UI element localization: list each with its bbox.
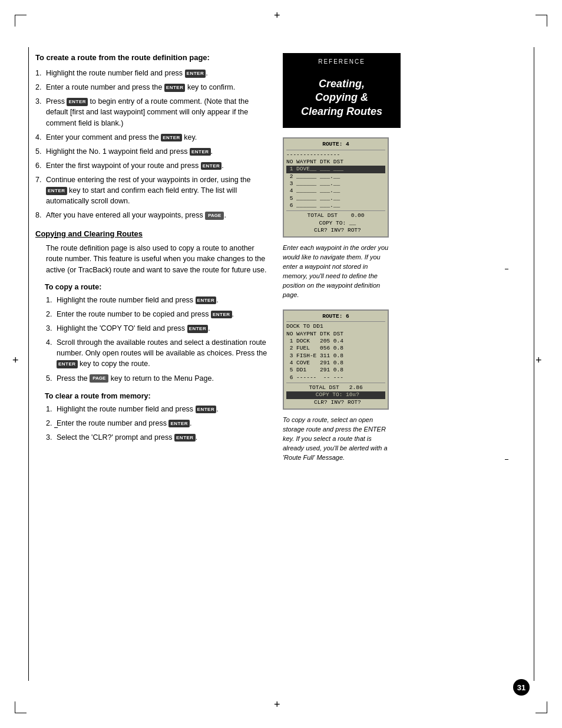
reference-label-box: REFERENCE [283, 53, 401, 69]
clear-step-3: 3. Select the 'CLR?' prompt and press EN… [46, 432, 271, 443]
step-1: 1. Highlight the route number field and … [35, 68, 271, 78]
step-7: 7. Continue entering the rest of your wa… [35, 174, 271, 206]
enter-key-badge-cl1: ENTER [196, 406, 217, 414]
enter-key-badge-7: ENTER [46, 187, 67, 195]
step-2: 2. Enter a route number and press the EN… [35, 82, 271, 93]
enter-key-badge-c1: ENTER [196, 297, 217, 305]
right-edge-line [534, 47, 534, 681]
crosshair-bottom [276, 704, 286, 713]
crosshair-right [538, 360, 547, 369]
screen1-row2: 2 ______ ___.__ [286, 173, 385, 180]
clear-heading: To clear a route from memory: [45, 392, 271, 400]
enter-key-badge-4: ENTER [161, 134, 182, 142]
enter-key-badge-c3: ENTER [187, 325, 209, 333]
copy-step-5: 5. Press the PAGE key to return to the M… [46, 373, 271, 384]
reference-title-box: Creating, Copying & Clearing Routes [283, 69, 401, 128]
enter-key-badge-c4: ENTER [57, 360, 78, 368]
clear-steps-list: 1. Highlight the route number field and … [35, 404, 271, 443]
reference-title: Creating, Copying & Clearing Routes [289, 77, 395, 118]
screen2-row6: 6 ------ -- --- [286, 374, 385, 381]
screen1-copy-to: COPY TO: __ [286, 220, 385, 227]
screen1-col-header: NO WAYPNT DTK DST [286, 159, 385, 166]
enter-key-badge-6: ENTER [201, 162, 222, 170]
crosshair-left [15, 360, 24, 369]
copy-paragraph: The route definition page is also used t… [35, 243, 271, 276]
corner-mark-tr [535, 15, 547, 27]
copy-steps-list: 1. Highlight the route number field and … [35, 295, 271, 384]
enter-key-badge-5: ENTER [190, 148, 211, 156]
screen1-clr: CLR? INV? ROT? [286, 227, 385, 234]
gps-screen-2: ROUTE: 6 DOCK TO DD1 NO WAYPNT DTK DST 1… [283, 309, 389, 410]
corner-mark-br [535, 701, 547, 713]
caption2: To copy a route, select an open storage … [283, 416, 389, 463]
copy-heading: To copy a route: [45, 283, 271, 291]
screen2-row1: 1 DOCK 205 0.4 [286, 338, 385, 345]
corner-mark-tl [15, 15, 27, 27]
copying-clearing-heading: Copying and Clearing Routes [35, 229, 271, 238]
copy-step-1: 1. Highlight the route number field and … [46, 295, 271, 305]
clear-step-1: 1. Highlight the route number field and … [46, 404, 271, 414]
screen2-comment: DOCK TO DD1 [286, 323, 385, 330]
reference-label: REFERENCE [318, 58, 365, 65]
step-4: 4. Enter your comment and press the ENTE… [35, 132, 271, 143]
page-number: 31 [513, 679, 530, 696]
page-key-badge-c5: PAGE [90, 374, 108, 383]
caption1: Enter each waypoint in the order you wou… [283, 243, 389, 300]
screen2-header: ROUTE: 6 [286, 313, 385, 322]
screen2-clr: CLR? INV? ROT? [286, 399, 385, 406]
screen2-row2: 2 FUEL 056 0.8 [286, 345, 385, 352]
screen2-total-dst: TOTAL DST 2.86 [286, 384, 385, 391]
right-column: REFERENCE Creating, Copying & Clearing R… [283, 53, 401, 472]
screen2-col-header: NO WAYPNT DTK DST [286, 331, 385, 338]
left-column: To create a route from the route definit… [35, 53, 271, 472]
screen1-row6: 6 ______ ___.__ [286, 202, 385, 209]
screen2-footer: TOTAL DST 2.86 COPY TO: 10☒? CLR? INV? R… [286, 383, 385, 406]
screen2-row4: 4 COVE 291 0.8 [286, 360, 385, 367]
section1-steps-list: 1. Highlight the route number field and … [35, 68, 271, 221]
screen2-row5: 5 DD1 291 0.8 [286, 367, 385, 374]
screen1-total-dst: TOTAL DST 0.00 [286, 212, 385, 219]
step-6: 6. Enter the first waypoint of your rout… [35, 160, 271, 171]
clear-step-2: 2. Enter the route number and press ENTE… [46, 418, 271, 429]
section1-heading: To create a route from the route definit… [35, 53, 271, 62]
step-3: 3. Press ENTER to begin entry of a route… [35, 96, 271, 128]
screen1-row1: 1 DOVE__ ___ ___ [286, 166, 385, 173]
screen2-copy-to: COPY TO: 10☒? [286, 391, 385, 398]
screen1-row4: 4 ______ ___.__ [286, 187, 385, 195]
left-edge-line [28, 47, 29, 681]
step-8: 8. After you have entered all your waypo… [35, 210, 271, 220]
page: To create a route from the route definit… [0, 0, 562, 728]
screen1-header: ROUTE: 4 [286, 141, 385, 150]
enter-key-badge-cl2: ENTER [168, 420, 190, 428]
screen1-footer: TOTAL DST 0.00 COPY TO: __ CLR? INV? ROT… [286, 210, 385, 234]
enter-key-badge-3: ENTER [67, 98, 88, 106]
corner-mark-bl [15, 701, 27, 713]
screen1-row5: 5 ______ ___.__ [286, 195, 385, 202]
copy-step-2: 2. Enter the route number to be copied a… [46, 309, 271, 319]
enter-key-badge-2: ENTER [164, 84, 186, 92]
enter-key-badge-c2: ENTER [211, 311, 232, 319]
screen1-divider: ---------------- [286, 151, 385, 159]
crosshair-top [276, 15, 286, 24]
screen1-row3: 3 ______ ___.__ [286, 180, 385, 187]
copy-step-3: 3. Highlight the 'COPY TO' field and pre… [46, 323, 271, 334]
copy-step-4: 4. Scroll through the available routes a… [46, 337, 271, 369]
enter-key-badge: ENTER [185, 70, 206, 78]
gps-screen-1: ROUTE: 4 ---------------- NO WAYPNT DTK … [283, 137, 389, 238]
enter-key-badge-cl3: ENTER [174, 434, 196, 442]
screen2-row3: 3 FISH-E 311 0.8 [286, 353, 385, 360]
step-5: 5. Highlight the No. 1 waypoint field an… [35, 146, 271, 157]
page-key-badge: PAGE [205, 212, 224, 220]
